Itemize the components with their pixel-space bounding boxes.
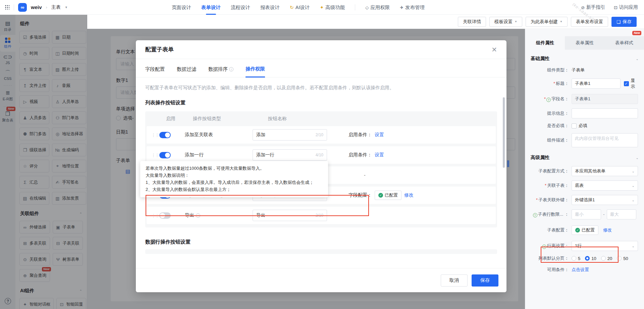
button-name-input[interactable]: 导出2/10 xyxy=(253,210,327,221)
drag-handle-icon[interactable]: ⋮⋮ xyxy=(151,153,157,158)
shield-icon: ◇ xyxy=(365,5,369,10)
column-header-enable: 启用 xyxy=(166,116,175,122)
check-circle-icon: ✓ xyxy=(575,228,580,233)
subconfig-configured-button[interactable]: ✓已配置 xyxy=(572,225,598,235)
pagination-option-50[interactable]: 50 xyxy=(617,256,628,261)
save-icon: ❏ xyxy=(616,19,621,24)
foreign-key-select[interactable]: 外键选择1⌄ xyxy=(572,195,638,205)
tab-publish-management[interactable]: ✈发布管理 xyxy=(400,0,425,15)
rows-min-input[interactable]: 最小 xyxy=(572,209,601,219)
condition-label: 启用条件： xyxy=(348,132,372,138)
hidden-button-sliver xyxy=(507,160,509,167)
modal-scrollbar[interactable] xyxy=(503,97,505,168)
pagination-option-20[interactable]: 20 xyxy=(601,256,612,261)
no-condition-dash: - xyxy=(364,172,366,178)
operation-type: 添加至关联表 xyxy=(185,132,253,138)
tab-field-config[interactable]: 字段配置 xyxy=(145,66,165,77)
hint-input[interactable] xyxy=(572,108,638,118)
row-buttons-section-title: 数据行操作按钮设置 xyxy=(145,239,497,245)
condition-set-link[interactable]: 点击设置 xyxy=(572,267,589,273)
close-icon[interactable]: ✕ xyxy=(491,46,497,53)
modify-link[interactable]: 修改 xyxy=(404,192,414,198)
field-config-label: 字段配置： xyxy=(348,192,372,198)
tab-operation-permission[interactable]: 操作权限 xyxy=(246,66,265,78)
tooltip-line: 2、大批量导入的数据会默认显示在最上方； xyxy=(146,186,323,193)
tab-ai-design[interactable]: ↻AI设计 xyxy=(290,0,310,15)
enable-toggle-on[interactable] xyxy=(159,152,171,158)
tab-form-style[interactable]: 表单样式 xyxy=(604,36,644,50)
tab-component-props[interactable]: 组件属性 xyxy=(525,36,565,50)
relation-detail-button[interactable]: 关联详情 xyxy=(458,17,486,27)
advanced-props-title: 高级属性 xyxy=(531,155,549,161)
template-setting-button[interactable]: 模板设置▼ xyxy=(489,17,522,27)
tab-flow-design[interactable]: 流程设计 xyxy=(231,0,250,15)
basic-props-title: 基础属性 xyxy=(531,56,549,62)
config-mode-select[interactable]: 本应用其他表单⌄ xyxy=(572,166,638,176)
condition-label: 可用条件： xyxy=(530,267,569,273)
tab-report-design[interactable]: 报表设计 xyxy=(260,0,280,15)
app-logo[interactable]: ∞ xyxy=(18,3,27,12)
operation-type: 添加一行 xyxy=(185,152,253,158)
ai-sparkle-icon: ↻ xyxy=(290,5,294,10)
chevron-down-icon: ⌄ xyxy=(632,198,635,202)
info-icon[interactable]: i xyxy=(196,213,200,218)
help-circle-icon[interactable]: ? xyxy=(533,213,537,217)
form-publish-setting-button[interactable]: 表单发布设置 xyxy=(571,17,608,27)
radio-icon xyxy=(601,256,606,261)
breadcrumb-chevron-icon: › xyxy=(46,5,47,10)
subconfig-modify-link[interactable]: 修改 xyxy=(603,227,612,233)
new-badge: New xyxy=(632,31,641,35)
monitor-arrow-icon: ⊡ xyxy=(614,5,618,10)
drag-handle-icon[interactable]: ⋮⋮ xyxy=(151,133,157,138)
title-input[interactable]: 子表单1 xyxy=(572,79,621,89)
rowheight-select[interactable]: 1行⌄ xyxy=(572,241,638,251)
subtable-select[interactable]: 底表⌄ xyxy=(572,181,638,191)
configured-button[interactable]: ✓已配置 xyxy=(375,191,401,200)
breadcrumb-caret-icon[interactable]: ▼ xyxy=(65,6,68,9)
create-for-form-button[interactable]: 为此表单创建▼ xyxy=(526,17,568,27)
drag-handle-icon[interactable]: ⋮⋮ xyxy=(151,213,157,218)
operation-type: 导出 xyxy=(185,212,194,218)
enable-toggle-on[interactable] xyxy=(159,132,171,138)
char-count: 2/10 xyxy=(316,133,323,137)
tab-form-design[interactable]: 表单设计 xyxy=(201,0,221,15)
rows-max-input[interactable]: 最大 xyxy=(607,209,636,219)
cancel-button[interactable]: 取消 xyxy=(441,274,468,287)
modal-description: 可配置子表单在可写状态下的添加、编辑、删除操作是否启用，以及启用条件。若不配置启… xyxy=(145,85,497,91)
chevron-down-icon: ⌄ xyxy=(632,184,635,188)
pagination-option-5[interactable]: 5 xyxy=(572,256,580,261)
tab-form-props[interactable]: 表单属性 xyxy=(565,36,604,50)
required-asterisk: * xyxy=(544,96,546,101)
button-name-input[interactable]: 添加2/10 xyxy=(253,129,327,141)
chevron-down-icon: ▼ xyxy=(515,20,517,23)
enable-toggle-off[interactable] xyxy=(159,212,171,219)
required-checkbox[interactable] xyxy=(572,123,577,128)
description-textarea[interactable]: 此内容仅管理后台可见 xyxy=(572,133,638,147)
chevron-down-icon[interactable]: ⌄ xyxy=(636,57,639,61)
help-circle-icon[interactable]: ? xyxy=(546,98,551,102)
save-button[interactable]: ❏保存 xyxy=(611,17,637,27)
visit-app-button[interactable]: ⊡访问应用 xyxy=(614,0,638,15)
advanced-sparkle-icon: ✦ xyxy=(320,5,324,10)
help-circle-icon[interactable]: ? xyxy=(542,245,546,249)
table-row-add-to-relation: ⋮⋮ 添加至关联表 添加2/10 启用条件：设置 xyxy=(147,126,496,144)
modal-title: 配置子表单 xyxy=(145,46,174,53)
condition-set-link[interactable]: 设置 xyxy=(375,132,384,138)
tab-data-filter[interactable]: 数据过滤 xyxy=(177,66,196,77)
pagination-option-10[interactable]: 10 xyxy=(585,256,596,261)
tab-advanced-features[interactable]: ✦高级功能 xyxy=(320,0,345,15)
app-grid-icon[interactable] xyxy=(5,5,10,10)
condition-set-link[interactable]: 设置 xyxy=(375,152,384,158)
modal-save-button[interactable]: 保存 xyxy=(472,274,498,287)
breadcrumb-table[interactable]: 主表 xyxy=(51,4,61,10)
properties-panel: New 组件属性 表单属性 表单样式 基础属性⌄ 组件类型： 子表单 *标题： … xyxy=(525,29,644,309)
chevron-down-icon[interactable]: ⌄ xyxy=(636,156,639,160)
show-checkbox[interactable]: ✓ xyxy=(624,81,629,86)
button-name-input[interactable]: 添加一行4/10 xyxy=(253,149,327,161)
bulk-import-tooltip: 若单次导入数据量超过1000条数据，可使用大批量数据导入。 大批量导入数据说明：… xyxy=(140,161,328,197)
tab-page-design[interactable]: 页面设计 xyxy=(172,0,191,15)
tab-app-permission[interactable]: ◇应用权限 xyxy=(365,0,390,15)
tab-data-sort[interactable]: 数据排序i xyxy=(208,66,233,77)
beginner-guide-button[interactable]: ⊘新手指引 xyxy=(581,0,605,15)
divider xyxy=(14,4,14,10)
